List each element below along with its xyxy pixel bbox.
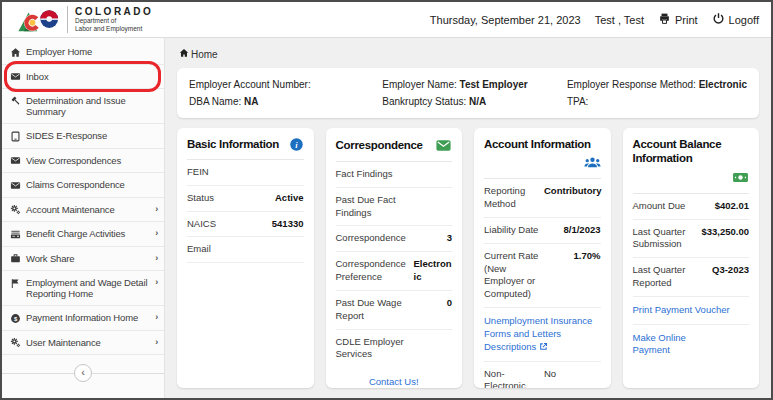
sidebar-collapse-button[interactable]: ‹ [74,364,92,382]
envelope-icon [10,71,21,82]
print-button[interactable]: Print [658,12,698,27]
sidebar-item-benefit-charge-activities[interactable]: Benefit Charge Activities › [2,222,164,247]
row-label: Non-Electronic Filing Waiver [484,368,544,389]
sidebar-item-employment-and-wage-detail-reporting-home[interactable]: Employment and Wage Detail Reporting Hom… [2,271,164,306]
top-header: COLORADO Department of Labor and Employm… [2,2,771,38]
past-due-wage-report-row: Past Due Wage Report 0 [336,291,453,330]
field-value: N/A [469,96,486,107]
field-label: DBA Name: [189,96,241,107]
account-balance-card: Account Balance Information Amount Due $… [623,128,760,388]
row-label: Last Quarter Reported [633,264,693,290]
last-quarter-reported-row: Last Quarter Reported Q3-2023 [633,258,750,297]
sidebar-item-inbox[interactable]: Inbox [2,65,164,90]
contact-us-link[interactable]: Contact Us! [369,376,419,387]
field-label: Employer Response Method: [567,79,696,90]
correspondence-count-row: Correspondence 3 [336,226,453,252]
sidebar-item-employer-home[interactable]: Employer Home [2,40,164,65]
field-label: Bankruptcy Status: [382,96,466,107]
row-label: Fact Findings [336,168,414,181]
make-online-payment-link[interactable]: Make Online Payment [633,325,713,365]
sidebar-item-view-correspondences[interactable]: View Correspondences [2,149,164,174]
sidebar-item-payment-information-home[interactable]: $ Payment Information Home › [2,306,164,331]
logoff-label: Logoff [729,14,759,26]
power-icon [712,12,725,27]
row-label: Status [187,192,275,205]
info-icon[interactable]: i [289,137,304,152]
chevron-right-icon: › [153,204,158,214]
status-value: Active [275,192,304,205]
fein-row: FEIN [187,160,304,186]
card-title: Account Information [484,137,601,151]
dollar-circle-icon: $ [10,313,21,324]
sidebar-item-label: Work Share [26,253,74,264]
sidebar-item-label: SIDES E-Response [26,130,107,141]
chevron-right-icon: › [153,277,158,287]
colorado-state-logo-icon [16,6,60,34]
row-label: Last Quarter Submission [633,226,693,252]
breadcrumb-home-label: Home [191,49,218,60]
envelope-icon [10,155,21,166]
field-label: Employer Name: [382,79,456,90]
main-content: Home Employer Account Number: DBA Name: … [165,38,771,398]
logoff-button[interactable]: Logoff [712,12,759,27]
naics-link[interactable]: 541330 [272,218,304,231]
last-quarter-submission-row: Last Quarter Submission $33,250.00 [633,220,750,259]
breadcrumb[interactable]: Home [179,48,759,60]
card-title: Correspondence [336,138,423,152]
chevron-right-icon: › [153,337,158,347]
liability-date-link[interactable]: Liability Date [484,224,544,237]
card-title: Account Balance Information [633,137,750,166]
basic-information-card: Basic Information i FEIN Status Active N… [177,128,314,388]
briefcase-icon [10,253,21,264]
amount-due-value: $402.01 [715,200,749,213]
account-balance-header: Account Balance Information [633,137,750,194]
colorado-logo: COLORADO Department of Labor and Employm… [16,6,153,34]
employer-info-col-3: Employer Response Method: Electronic TPA… [567,76,747,110]
row-label: NAICS [187,218,272,231]
sidebar-collapse-row: ‹ [2,364,164,382]
home-breadcrumb-icon [179,48,189,60]
print-payment-voucher-link[interactable]: Print Payment Voucher [633,297,750,325]
cdle-employer-services-row: CDLE Employer Services [336,330,453,368]
flag-icon [10,278,21,289]
gavel-icon [10,96,21,107]
logo-text: COLORADO Department of Labor and Employm… [67,6,153,33]
sidebar-item-sides-e-response[interactable]: SIDES E-Response [2,124,164,149]
row-label: Past Due Fact Findings [336,194,414,220]
waiver-value: No [544,368,556,381]
row-label: Correspondence [336,232,414,245]
sidebar-item-claims-correspondence[interactable]: Claims Correspondence [2,173,164,198]
envelope-green-icon [435,137,452,154]
sidebar-item-user-maintenance[interactable]: User Maintenance › [2,331,164,356]
home-icon [10,47,21,58]
sidebar-item-label: User Maintenance [26,337,101,348]
sidebar-item-account-maintenance[interactable]: Account Maintenance › [2,198,164,223]
row-label: Correspondence Preference [336,258,414,284]
sidebar-item-label: Payment Information Home [26,312,138,323]
correspondence-card: Correspondence Fact Findings Past Due Fa… [326,128,463,388]
naics-row: NAICS 541330 [187,212,304,238]
chevron-right-icon: › [153,253,158,263]
sidebar-item-label: Determination and Issue Summary [26,95,158,117]
reporting-method-row: Reporting Method Contributory [484,179,601,218]
sidebar-item-determination-and-issue-summary[interactable]: Determination and Issue Summary [2,89,164,124]
card-title: Basic Information [187,137,279,151]
field-value: Test Employer [460,79,528,90]
amount-due-row: Amount Due $402.01 [633,194,750,220]
logged-in-user: Test , Test [595,14,644,26]
ui-forms-link[interactable]: Unemployment Insurance Forms and Letters… [484,308,601,361]
current-rate-row: Current Rate (New Employer or Computed) … [484,244,601,308]
account-information-card: Account Information Reporting Method Con… [474,128,611,388]
tablet-icon [10,131,21,142]
sidebar-item-work-share[interactable]: Work Share › [2,247,164,272]
row-label: Past Due Wage Report [336,297,414,323]
sidebar-item-label: Benefit Charge Activities [26,228,125,239]
sidebar-nav: Employer Home Inbox Determination and Is… [2,38,165,398]
account-information-header: Account Information [484,137,601,179]
logo-subtitle-1: Department of [75,17,153,25]
employer-info-col-1: Employer Account Number: DBA Name: NA [189,76,372,110]
sidebar-item-label: Employment and Wage Detail Reporting Hom… [26,277,148,299]
current-date: Thursday, September 21, 2023 [430,14,581,26]
logo-subtitle-2: Labor and Employment [75,25,153,33]
field-label: TPA: [567,96,588,107]
